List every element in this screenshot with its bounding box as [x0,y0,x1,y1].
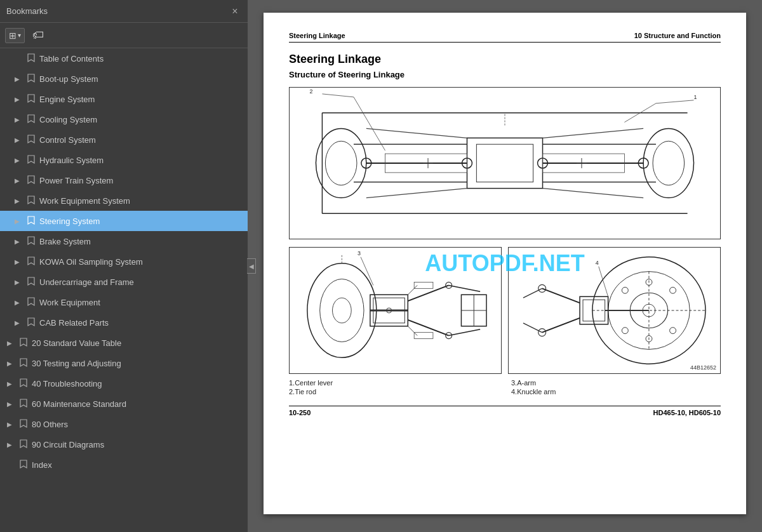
sidebar-item-label: Work Equipment System [39,196,245,206]
pdf-captions: 1.Center lever 3.A-arm 2.Tie rod 4.Knuck… [289,379,721,396]
expand-chevron-icon[interactable]: ▶ [13,74,22,83]
pdf-title: Steering Linkage [289,53,721,66]
expand-chevron-icon[interactable]: ▶ [13,176,22,185]
bookmark-flag-icon [18,459,29,470]
caption-4: 4.Knuckle arm [511,388,721,396]
sidebar-item-cab-related[interactable]: ▶ CAB Related Parts [0,312,248,333]
expand-chevron-icon[interactable]: ▶ [5,440,14,449]
pdf-diagrams-container: 1 2 [289,87,721,374]
bookmark-flag-icon [26,317,36,328]
dropdown-chevron-icon: ▾ [18,32,21,39]
expand-chevron-icon[interactable]: ▶ [13,115,22,124]
expand-chevron-icon[interactable]: ▶ [5,420,14,429]
content-area: ◀ AUTOPDF.NET Steering Linkage 10 Struct… [248,0,762,532]
sidebar-item-label: Cooling System [39,115,245,124]
sidebar-item-steering-system[interactable]: ▶ Steering System [0,211,248,231]
bookmarks-panel: Bookmarks × ⊞ ▾ 🏷 Table of Contents [0,0,248,532]
sidebar-item-label: 40 Troubleshooting [32,379,245,389]
expand-chevron-icon[interactable]: ▶ [5,399,14,408]
sidebar-item-label: Undercarriage and Frame [39,277,245,287]
svg-text:3: 3 [358,250,361,256]
expand-chevron-icon[interactable]: ▶ [13,277,22,286]
diagram-bottom-row: 3 [289,247,721,374]
sidebar-item-label: KOWA Oil Sampling System [39,257,245,267]
sidebar-item-work-equipment-system[interactable]: ▶ Work Equipment System [0,190,248,211]
sidebar-item-hydraulic-system[interactable]: ▶ Hydraulic System [0,150,248,170]
expand-chevron-icon[interactable]: ▶ [13,237,22,246]
bookmark-flag-icon [26,93,36,105]
sidebar-item-label: Steering System [39,216,245,226]
bookmark-flag-icon [26,276,36,288]
expand-chevron-icon[interactable]: ▶ [5,359,14,368]
sidebar-item-circuit-diagrams[interactable]: ▶ 90 Circuit Diagrams [0,434,248,455]
panel-collapse-handle[interactable]: ◀ [247,258,256,274]
sidebar-item-testing-adjusting[interactable]: ▶ 30 Testing and Adjusting [0,353,248,373]
sidebar-item-label: 80 Others [32,420,245,429]
sidebar-item-cooling-system[interactable]: ▶ Cooling System [0,109,248,130]
sidebar-item-label: 30 Testing and Adjusting [32,359,245,368]
bookmark-flag-icon [18,337,29,349]
sidebar-item-power-train-system[interactable]: ▶ Power Train System [0,170,248,190]
pdf-subtitle: Structure of Steering Linkage [289,70,721,79]
page-scroll-area[interactable]: AUTOPDF.NET Steering Linkage 10 Structur… [248,0,762,532]
pdf-page-number: 10-250 [289,409,311,416]
sidebar-item-others[interactable]: ▶ 80 Others [0,414,248,434]
svg-text:4: 4 [596,260,599,266]
bookmark-flag-icon [26,53,36,64]
bookmark-icon-button[interactable]: 🏷 [29,27,48,44]
bookmark-flag-icon [26,296,36,308]
sidebar-item-engine-system[interactable]: ▶ Engine System [0,89,248,109]
bookmark-flag-icon [18,418,29,430]
pdf-header-right-text: 10 Structure and Function [634,32,721,39]
expand-chevron-icon[interactable]: ▶ [5,338,14,347]
bookmark-flag-icon [26,195,36,206]
sidebar-item-work-equipment[interactable]: ▶ Work Equipment [0,292,248,312]
sidebar-item-maintenance-standard[interactable]: ▶ 60 Maintenance Standard [0,394,248,414]
no-chevron [5,460,14,469]
sidebar-item-standard-value[interactable]: ▶ 20 Standard Value Table [0,333,248,353]
bookmark-flag-icon [18,357,29,369]
bookmark-flag-icon [26,114,36,125]
pdf-model-number: HD465-10, HD605-10 [653,409,721,416]
sidebar-item-label: Brake System [39,237,245,246]
expand-chevron-icon[interactable]: ▶ [13,318,22,327]
sidebar-item-kowa-oil[interactable]: ▶ KOWA Oil Sampling System [0,251,248,272]
close-button[interactable]: × [229,5,241,18]
sidebar-item-undercarriage[interactable]: ▶ Undercarriage and Frame [0,272,248,292]
caption-3: 3.A-arm [511,379,721,387]
bookmark-flag-icon [18,439,29,450]
bookmarks-title: Bookmarks [6,6,48,16]
diagram-bottom-left: 3 [289,247,502,374]
pdf-page: AUTOPDF.NET Steering Linkage 10 Structur… [264,13,746,514]
sidebar-item-label: Hydraulic System [39,156,245,165]
expand-chevron-icon[interactable]: ▶ [13,135,22,144]
sidebar-item-boot-up-system[interactable]: ▶ Boot-up System [0,69,248,89]
sidebar-item-table-of-contents[interactable]: Table of Contents [0,48,248,69]
bookmarks-list[interactable]: Table of Contents ▶ Boot-up System ▶ Eng… [0,48,248,532]
diagram-top: 1 2 [289,87,721,239]
bookmark-flag-icon [26,215,36,227]
expand-chevron-icon[interactable]: ▶ [13,216,22,225]
sidebar-item-brake-system[interactable]: ▶ Brake System [0,231,248,251]
bookmark-flag-icon [18,398,29,409]
sidebar-item-label: Index [32,460,245,470]
view-options-button[interactable]: ⊞ ▾ [5,28,25,43]
sidebar-item-label: 60 Maintenance Standard [32,399,245,409]
sidebar-item-control-system[interactable]: ▶ Control System [0,130,248,150]
pdf-page-footer: 10-250 HD465-10, HD605-10 [289,406,721,416]
expand-chevron-icon[interactable]: ▶ [5,379,14,388]
expand-chevron-icon[interactable]: ▶ [13,257,22,266]
bookmark-flag-icon [26,134,36,145]
sidebar-item-label: Boot-up System [39,74,245,84]
sidebar-item-index[interactable]: Index [0,455,248,475]
pdf-header-left-text: Steering Linkage [289,32,345,39]
sidebar-item-label: Engine System [39,95,245,104]
sidebar-item-troubleshooting[interactable]: ▶ 40 Troubleshooting [0,373,248,394]
diagram-reference: 44B12652 [690,364,716,371]
expand-chevron-icon[interactable]: ▶ [13,95,22,103]
sidebar-item-label: Work Equipment [39,298,245,307]
expand-chevron-icon[interactable]: ▶ [13,156,22,164]
expand-chevron-icon[interactable]: ▶ [13,298,22,307]
grid-icon: ⊞ [9,30,17,41]
expand-chevron-icon[interactable]: ▶ [13,196,22,205]
